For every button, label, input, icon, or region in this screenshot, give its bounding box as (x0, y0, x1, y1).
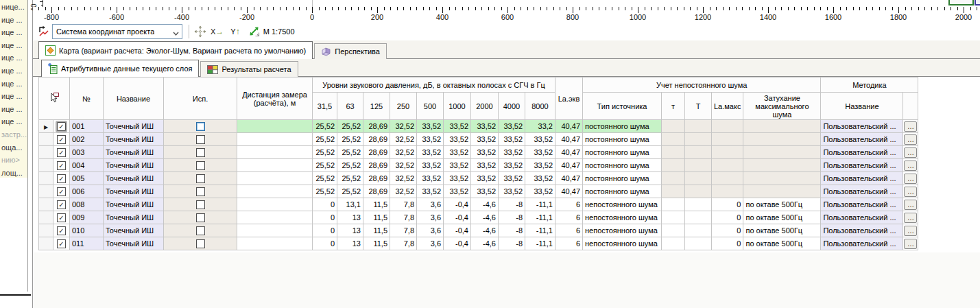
use-checkbox[interactable] (196, 122, 205, 131)
cell-octave-value[interactable]: 11,5 (363, 198, 390, 211)
cell-t-big[interactable] (685, 185, 712, 198)
cell-attenuation[interactable]: по октаве 500Гц (743, 211, 821, 224)
method-picker-button[interactable]: … (904, 187, 917, 197)
cell-octave-value[interactable]: 32,52 (390, 133, 417, 146)
cell-method[interactable]: Пользовательский ... (821, 146, 903, 159)
cell-attenuation[interactable] (743, 172, 821, 185)
sidebar-item[interactable]: нице... (0, 1, 27, 14)
cell-name[interactable]: Точечный ИШ (104, 159, 164, 172)
cell-num[interactable]: 010 (70, 224, 104, 237)
cell-distance[interactable] (237, 185, 313, 198)
cell-octave-value[interactable]: 33,52 (525, 159, 555, 172)
cell-octave-value[interactable]: -8 (499, 211, 525, 224)
cell-name[interactable]: Точечный ИШ (104, 133, 164, 146)
cell-la-eq[interactable]: 40,47 (555, 120, 583, 133)
sidebar-item[interactable]: оща... (0, 141, 27, 154)
row-enabled-checkbox[interactable]: ✓ (57, 174, 66, 183)
cell-source-type[interactable]: постоянного шума (583, 146, 662, 159)
cell-t-big[interactable] (685, 159, 712, 172)
cell-source-type[interactable]: постоянного шума (583, 133, 662, 146)
cell-octave-value[interactable]: -0,4 (444, 211, 471, 224)
cell-la-max[interactable]: 0 (712, 224, 743, 237)
cell-octave-value[interactable]: 13 (337, 224, 363, 237)
use-checkbox[interactable] (196, 226, 205, 235)
cell-octave-value[interactable]: 11,5 (363, 237, 390, 250)
cell-la-max[interactable] (712, 133, 743, 146)
cell-t-big[interactable] (685, 237, 712, 250)
cell-la-eq[interactable]: 6 (555, 237, 583, 250)
cell-octave-value[interactable]: 25,52 (337, 120, 363, 133)
use-checkbox[interactable] (196, 148, 205, 157)
cell-t-small[interactable] (662, 120, 685, 133)
cell-octave-value[interactable]: 25,52 (313, 185, 337, 198)
cell-octave-value[interactable]: 33,52 (444, 133, 471, 146)
cell-method[interactable]: Пользовательский ... (821, 211, 903, 224)
sidebar-item[interactable]: ице ... (0, 14, 27, 27)
cell-octave-value[interactable]: 33,52 (471, 120, 499, 133)
method-picker-button[interactable]: … (904, 134, 917, 145)
row-enabled-checkbox[interactable]: ✓ (57, 148, 66, 157)
cell-octave-value[interactable]: -8 (499, 224, 525, 237)
cell-octave-value[interactable]: 33,52 (525, 172, 555, 185)
method-picker-button[interactable]: … (904, 174, 917, 184)
cell-octave-value[interactable]: -11,1 (525, 224, 555, 237)
use-checkbox[interactable] (196, 200, 205, 209)
cell-octave-value[interactable]: 25,52 (313, 159, 337, 172)
sidebar-item[interactable]: ице ... (0, 90, 27, 103)
cell-octave-value[interactable]: 7,8 (390, 224, 417, 237)
cell-octave-value[interactable]: 25,52 (313, 133, 337, 146)
cell-distance[interactable] (237, 146, 313, 159)
cell-num[interactable]: 011 (70, 237, 104, 250)
use-checkbox[interactable] (196, 187, 205, 196)
cell-method[interactable]: Пользовательский ... (821, 133, 903, 146)
sidebar-item[interactable]: ице ... (0, 39, 27, 52)
cell-octave-value[interactable]: -4,6 (471, 198, 499, 211)
use-checkbox[interactable] (196, 161, 205, 170)
cell-t-big[interactable] (685, 211, 712, 224)
cell-source-type[interactable]: постоянного шума (583, 120, 662, 133)
cell-attenuation[interactable]: по октаве 500Гц (743, 224, 821, 237)
cell-distance[interactable] (237, 133, 313, 146)
cell-octave-value[interactable]: -4,6 (471, 211, 499, 224)
cell-attenuation[interactable] (743, 120, 821, 133)
cell-octave-value[interactable]: 25,52 (313, 172, 337, 185)
cell-octave-value[interactable]: 13 (337, 211, 363, 224)
pan-tool-icon[interactable] (194, 25, 206, 38)
cell-octave-value[interactable]: 33,52 (499, 159, 525, 172)
cell-octave-value[interactable]: 25,52 (337, 185, 363, 198)
sidebar-item[interactable]: ице ... (0, 103, 27, 116)
cell-la-eq[interactable]: 40,47 (555, 133, 583, 146)
cell-octave-value[interactable]: 0 (313, 198, 337, 211)
cell-method[interactable]: Пользовательский ... (821, 224, 903, 237)
cell-octave-value[interactable]: -8 (499, 237, 525, 250)
cell-la-max[interactable]: 0 (712, 198, 743, 211)
use-checkbox[interactable] (196, 135, 205, 144)
sidebar-item[interactable]: ице ... (0, 64, 27, 78)
cell-octave-value[interactable]: 33,52 (499, 185, 525, 198)
cell-t-small[interactable] (662, 211, 685, 224)
cell-octave-value[interactable]: 28,69 (363, 159, 390, 172)
cell-octave-value[interactable]: -0,4 (444, 237, 471, 250)
method-picker-button[interactable]: … (904, 226, 917, 236)
cell-octave-value[interactable]: 25,52 (337, 146, 363, 159)
cell-t-big[interactable] (685, 198, 712, 211)
cell-octave-value[interactable]: 3,6 (417, 224, 444, 237)
cell-source-type[interactable]: постоянного шума (583, 185, 662, 198)
cell-t-big[interactable] (685, 133, 712, 146)
cell-t-small[interactable] (662, 146, 685, 159)
cell-octave-value[interactable]: -8 (499, 198, 525, 211)
cell-octave-value[interactable]: 11,5 (363, 211, 390, 224)
cell-octave-value[interactable]: 33,52 (471, 185, 499, 198)
cell-t-big[interactable] (685, 224, 712, 237)
cell-method[interactable]: Пользовательский ... (821, 159, 903, 172)
sidebar-item[interactable]: ице ... (0, 26, 27, 39)
cell-source-type[interactable]: непостоянного шума (583, 224, 662, 237)
cell-octave-value[interactable]: 28,69 (363, 172, 390, 185)
cell-octave-value[interactable]: 33,52 (471, 159, 499, 172)
sidebar-item[interactable]: нию> (0, 154, 27, 167)
row-enabled-checkbox[interactable]: ✓ (57, 200, 66, 209)
cell-distance[interactable] (237, 224, 313, 237)
sidebar-item[interactable]: лощ... (0, 167, 27, 180)
cell-octave-value[interactable]: 32,52 (390, 120, 417, 133)
cell-method[interactable]: Пользовательский ... (821, 198, 903, 211)
